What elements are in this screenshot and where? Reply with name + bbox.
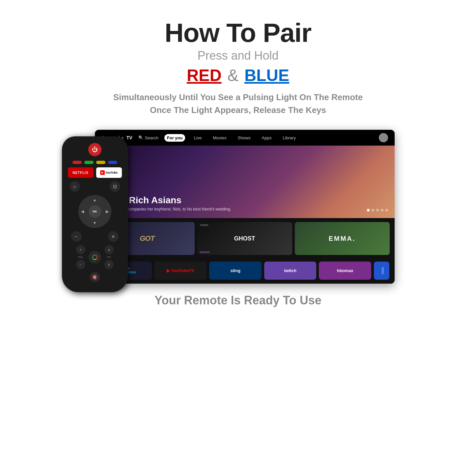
remote-top: ⏻: [88, 143, 101, 156]
remote-container: ⏻ NETFLIX ▶ YouTube: [62, 136, 128, 292]
footer-text: Your Remote Is Ready To Use: [154, 294, 322, 307]
vol-up-button[interactable]: +: [76, 245, 85, 254]
action-row: ← ≡: [68, 231, 122, 242]
twitch-label: twitch: [284, 268, 296, 273]
app-buttons: NETFLIX ▶ YouTube: [68, 167, 122, 178]
dpad-up[interactable]: ▲: [93, 198, 97, 202]
got-title: GOT: [140, 234, 154, 243]
tv-nav-live[interactable]: Live: [191, 134, 204, 142]
tv-search[interactable]: 🔍 Search: [138, 135, 158, 140]
hero-dot-4: [381, 209, 383, 211]
search-icon: 🔍: [138, 135, 143, 140]
channel-column: ∧ CH ∨: [104, 245, 114, 269]
vol-ch-row: + VOL − ∧ CH ∨: [68, 245, 122, 269]
power-button[interactable]: ⏻: [88, 143, 101, 156]
volume-column: + VOL −: [76, 245, 85, 269]
input-button[interactable]: ⊡: [110, 181, 120, 192]
tv-nav-for-you[interactable]: For you: [164, 134, 185, 142]
menu-icon: ≡: [112, 234, 114, 239]
nav-row: ⌂ ⊡: [68, 181, 122, 192]
netflix-button[interactable]: NETFLIX: [68, 167, 94, 178]
mute-icon: 🔇: [92, 274, 98, 280]
power-icon: ⏻: [92, 146, 98, 153]
app-hbomax[interactable]: hbomax: [319, 262, 371, 280]
red-button[interactable]: [72, 161, 82, 164]
tv-nav-movies[interactable]: Movies: [210, 134, 229, 142]
youtube-label: YouTube: [105, 171, 118, 174]
title-section: How To Pair Press and Hold RED & BLUE Si…: [113, 20, 363, 117]
tv-search-label: Search: [145, 135, 158, 140]
tv-remote-section: ⏻ NETFLIX ▶ YouTube: [82, 130, 395, 284]
tv-screen: Google TV 🔍 Search For you Live Movies S…: [95, 130, 395, 284]
ghost-content: GHOST: [234, 236, 255, 241]
dpad-down[interactable]: ▼: [93, 221, 97, 225]
ampersand: &: [228, 66, 238, 85]
dpad[interactable]: ▲ ▼ ◀ ▶ OK: [78, 195, 111, 228]
ghost-title: GHOST: [234, 236, 255, 241]
content-card-ghost[interactable]: STARZ GHOST HBOMAX: [197, 222, 292, 255]
main-title: How To Pair: [113, 20, 363, 46]
app-youtube-tv[interactable]: ▶ YouTubeTV: [154, 262, 207, 280]
back-icon: ←: [74, 234, 79, 239]
red-label: RED: [187, 66, 222, 85]
yellow-button[interactable]: [96, 161, 105, 164]
ghost-label: STARZ: [200, 224, 209, 227]
extra-label: ▐: [379, 267, 384, 274]
hero-dot-1: [367, 209, 370, 211]
tv-navbar: Google TV 🔍 Search For you Live Movies S…: [95, 130, 395, 146]
ok-button[interactable]: OK: [89, 205, 101, 218]
youtube-play-icon: ▶: [100, 170, 105, 175]
app-sling[interactable]: sling: [209, 262, 261, 280]
content-card-emma[interactable]: EMMA.: [295, 222, 390, 255]
remote: ⏻ NETFLIX ▶ YouTube: [62, 136, 128, 292]
ok-label: OK: [93, 210, 97, 213]
tv-nav-shows[interactable]: Shows: [235, 134, 253, 142]
hero-dot-2: [372, 209, 374, 211]
tv-user-avatar[interactable]: [379, 133, 388, 142]
emma-title: EMMA.: [329, 235, 356, 242]
app-extra[interactable]: ▐: [374, 262, 390, 280]
ghost-brand: HBOMAX: [200, 251, 210, 253]
color-instruction: RED & BLUE: [113, 66, 363, 85]
subtitle: Press and Hold: [113, 49, 363, 63]
google-mic-icon: [92, 255, 98, 260]
google-assistant-button[interactable]: [89, 251, 101, 264]
tv-nav-library[interactable]: Library: [280, 134, 298, 142]
hero-pagination: [367, 209, 388, 211]
dpad-right[interactable]: ▶: [106, 209, 109, 214]
tv-apps-row: amazon prime video ▶ YouTubeTV sling twi…: [95, 259, 395, 284]
blue-label: BLUE: [244, 66, 289, 85]
mute-row: 🔇: [90, 272, 100, 282]
instruction-text: Simultaneously Until You See a Pulsing L…: [113, 91, 363, 117]
back-button[interactable]: ←: [71, 231, 82, 242]
dpad-left[interactable]: ◀: [81, 209, 84, 214]
vol-label: VOL: [78, 256, 83, 259]
tv-hero: Crazy Rich Asians Rachel Chu accompanies…: [95, 146, 395, 218]
hero-dot-5: [385, 209, 388, 211]
youtube-tv-label: ▶ YouTubeTV: [167, 268, 194, 273]
sling-label: sling: [231, 268, 240, 273]
input-icon: ⊡: [113, 184, 117, 189]
mute-button[interactable]: 🔇: [90, 272, 100, 282]
tv-nav-apps[interactable]: Apps: [259, 134, 274, 142]
ch-up-button[interactable]: ∧: [104, 245, 114, 254]
tv-content-row: HBO GOT HBOMAX STARZ GHOST HBOMAX EMMA.: [95, 218, 395, 259]
hero-dot-3: [376, 209, 379, 211]
ch-down-button[interactable]: ∨: [104, 260, 114, 269]
green-button[interactable]: [84, 161, 94, 164]
ch-label: CH: [107, 256, 111, 259]
app-twitch[interactable]: twitch: [264, 262, 316, 280]
home-button[interactable]: ⌂: [70, 181, 80, 192]
netflix-label: NETFLIX: [72, 171, 89, 175]
youtube-button[interactable]: ▶ YouTube: [96, 167, 122, 178]
menu-button[interactable]: ≡: [108, 231, 119, 242]
hbomax-label: hbomax: [337, 268, 353, 273]
blue-button[interactable]: [108, 161, 117, 164]
dpad-ring[interactable]: ▲ ▼ ◀ ▶ OK: [78, 195, 111, 228]
color-buttons: [72, 161, 117, 164]
vol-down-button[interactable]: −: [76, 260, 85, 269]
bottom-section: + VOL − ∧ CH ∨: [68, 245, 122, 282]
home-icon: ⌂: [73, 184, 76, 189]
